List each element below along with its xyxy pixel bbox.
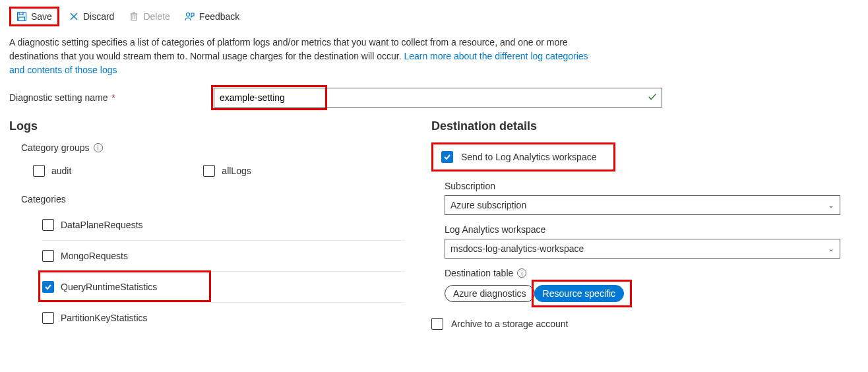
subscription-label: Subscription [445,181,859,191]
save-button[interactable]: Save [11,9,57,24]
feedback-icon [185,11,195,22]
category-groups-label: Category groups i [21,142,405,153]
destination-heading: Destination details [431,119,859,133]
send-law-checkbox[interactable] [441,151,453,163]
chevron-down-icon: ⌄ [828,201,834,210]
feedback-label: Feedback [199,11,239,22]
destination-table-label: Destination table i [445,268,859,278]
discard-button[interactable]: Discard [63,9,119,24]
category-label: QueryRuntimeStatistics [61,282,157,292]
subscription-select[interactable]: Azure subscription ⌄ [445,195,840,215]
queryruntimestatistics-checkbox[interactable] [42,281,54,293]
alllogs-checkbox[interactable] [203,165,215,177]
svg-rect-5 [131,14,137,20]
category-label: DataPlaneRequests [61,220,143,230]
chevron-down-icon: ⌄ [828,244,834,253]
svg-rect-1 [19,13,23,15]
categories-label: Categories [21,194,405,204]
send-law-label: Send to Log Analytics workspace [461,152,596,162]
info-icon[interactable]: i [94,143,103,152]
partitionkeystatistics-checkbox[interactable] [42,312,54,324]
category-label: PartitionKeyStatistics [61,313,148,323]
azure-diagnostics-toggle[interactable]: Azure diagnostics [445,285,535,302]
delete-label: Delete [143,11,170,22]
save-icon [16,11,27,22]
setting-name-label: Diagnostic setting name * [9,92,214,103]
category-label: MongoRequests [61,251,128,261]
svg-point-10 [186,13,189,16]
info-icon[interactable]: i [517,268,526,278]
dataplanerequests-checkbox[interactable] [42,219,54,231]
discard-label: Discard [83,11,114,22]
check-icon [648,92,657,104]
logs-heading: Logs [9,119,405,133]
audit-label: audit [51,166,71,176]
setting-name-input[interactable] [214,88,662,108]
svg-rect-2 [19,17,25,21]
save-label: Save [31,11,52,22]
archive-label: Archive to a storage account [451,319,568,329]
delete-button: Delete [123,9,175,24]
audit-checkbox[interactable] [33,165,45,177]
workspace-select[interactable]: msdocs-log-analytics-workspace ⌄ [445,239,840,259]
mongorequests-checkbox[interactable] [42,250,54,262]
trash-icon [129,11,139,22]
description-text: A diagnostic setting specifies a list of… [0,36,607,85]
workspace-label: Log Analytics workspace [445,224,859,235]
close-icon [69,11,79,22]
alllogs-label: allLogs [222,166,251,176]
feedback-button[interactable]: Feedback [179,9,245,24]
archive-checkbox[interactable] [431,318,443,330]
resource-specific-toggle[interactable]: Resource specific [534,285,625,302]
